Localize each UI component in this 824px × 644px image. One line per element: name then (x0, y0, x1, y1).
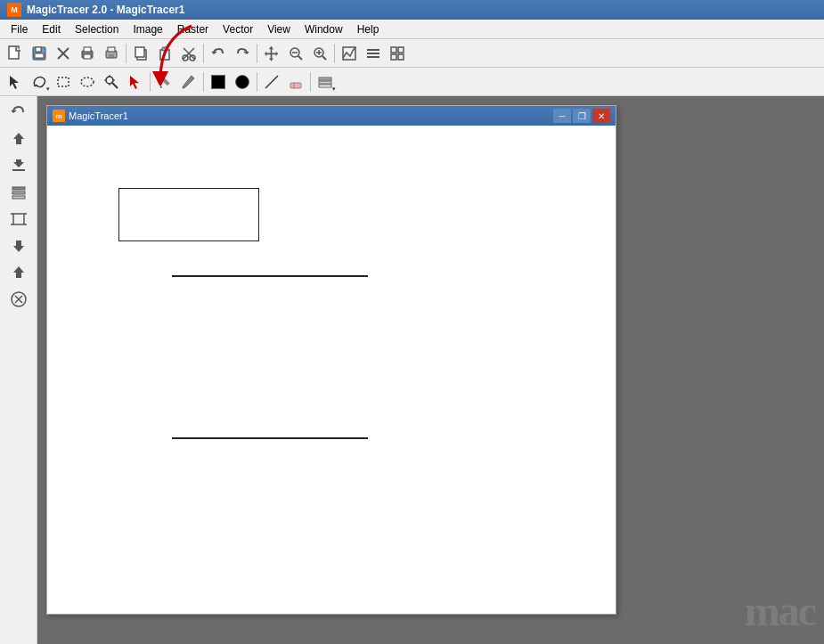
watermark: mac (745, 586, 815, 635)
line-tool[interactable] (260, 70, 283, 94)
svg-rect-60 (12, 187, 25, 190)
svg-rect-52 (290, 83, 301, 88)
canvas-area[interactable] (47, 126, 616, 614)
paste-button[interactable] (153, 42, 176, 65)
svg-rect-35 (391, 54, 396, 60)
cut-button[interactable] (177, 42, 200, 65)
toolbar-separator-1 (126, 44, 126, 63)
svg-marker-59 (13, 159, 24, 167)
mdi-close-button[interactable]: ✕ (592, 109, 610, 123)
svg-marker-68 (13, 240, 24, 252)
svg-rect-2 (36, 47, 41, 52)
svg-rect-33 (391, 47, 396, 53)
main-toolbar (0, 39, 824, 68)
menu-vector[interactable]: Vector (216, 21, 260, 37)
layer-tool[interactable]: ▾ (314, 70, 337, 94)
new-button[interactable] (4, 42, 27, 65)
main-area: m MagicTracer1 ─ ❐ ✕ mac (37, 96, 824, 644)
eraser-tool[interactable] (284, 70, 307, 94)
canvas-line-1 (172, 275, 368, 277)
mdi-app-icon: m (53, 110, 65, 122)
svg-marker-50 (159, 86, 162, 88)
svg-rect-54 (319, 77, 331, 80)
svg-marker-21 (265, 45, 278, 61)
svg-rect-36 (398, 54, 404, 60)
sidebar-download[interactable] (5, 260, 32, 285)
svg-rect-61 (12, 192, 25, 194)
svg-rect-49 (159, 75, 169, 85)
menu-view[interactable]: View (260, 21, 298, 37)
svg-marker-69 (13, 266, 24, 278)
lasso-tool[interactable]: ▾ (28, 70, 51, 94)
menu-file[interactable]: File (4, 21, 35, 37)
close-button[interactable] (52, 42, 75, 65)
mdi-window: m MagicTracer1 ─ ❐ ✕ (46, 105, 616, 615)
svg-rect-40 (58, 77, 69, 86)
flatten-button[interactable] (362, 42, 385, 65)
svg-rect-30 (367, 49, 379, 51)
toolbar-separator-3 (257, 44, 257, 63)
svg-line-42 (112, 83, 118, 88)
brush-tool[interactable] (177, 70, 200, 94)
svg-line-24 (298, 56, 302, 60)
svg-rect-7 (84, 47, 91, 52)
move-tool[interactable] (260, 42, 283, 65)
drawing-toolbar: ▾ ▾ (0, 68, 824, 96)
menu-edit[interactable]: Edit (35, 21, 68, 37)
svg-rect-14 (135, 47, 144, 57)
foreground-color[interactable] (207, 70, 230, 94)
fill-arrow-tool[interactable] (124, 70, 147, 94)
sidebar-import[interactable] (5, 153, 32, 178)
pencil-tool[interactable] (153, 70, 176, 94)
mdi-title: MagicTracer1 (69, 110, 128, 121)
svg-rect-32 (367, 56, 379, 58)
print-button[interactable] (76, 42, 99, 65)
menu-raster[interactable]: Raster (170, 21, 216, 37)
svg-rect-55 (319, 81, 331, 84)
sidebar-close[interactable] (5, 287, 32, 312)
svg-line-51 (265, 76, 278, 88)
mdi-titlebar: m MagicTracer1 ─ ❐ ✕ (47, 106, 616, 126)
sidebar-layers[interactable] (5, 180, 32, 205)
drawing-separator-1 (150, 72, 151, 92)
menu-help[interactable]: Help (350, 21, 387, 37)
sidebar-undo-history[interactable] (5, 100, 32, 125)
svg-rect-56 (319, 85, 331, 87)
zoom-out-button[interactable] (284, 42, 307, 65)
ellipse-select-tool[interactable] (76, 70, 99, 94)
menu-bar: File Edit Selection Image Raster Vector … (0, 20, 824, 39)
magic-wand-tool[interactable] (100, 70, 123, 94)
svg-rect-58 (12, 169, 25, 171)
grid-button[interactable] (386, 42, 409, 65)
mdi-minimize-button[interactable]: ─ (553, 109, 571, 123)
svg-rect-31 (367, 53, 379, 54)
menu-image[interactable]: Image (126, 21, 169, 37)
svg-marker-48 (130, 76, 139, 89)
menu-selection[interactable]: Selection (68, 21, 126, 37)
mdi-restore-button[interactable]: ❐ (573, 109, 591, 123)
print-preview-button[interactable] (100, 42, 123, 65)
background-color[interactable] (231, 70, 254, 94)
sidebar-trim[interactable] (5, 207, 32, 232)
svg-rect-62 (12, 196, 25, 199)
save-button[interactable] (28, 42, 51, 65)
title-bar: M MagicTracer 2.0 - MagicTracer1 (0, 0, 824, 20)
undo-button[interactable] (207, 42, 230, 65)
svg-rect-10 (108, 47, 115, 52)
canvas-line-2 (172, 437, 368, 439)
sidebar-export[interactable] (5, 126, 32, 151)
select-tool[interactable] (4, 70, 27, 94)
sidebar-upload[interactable] (5, 233, 32, 258)
copy-button[interactable] (129, 42, 152, 65)
svg-line-28 (322, 56, 326, 60)
drawing-separator-4 (310, 72, 311, 92)
svg-point-43 (106, 77, 113, 84)
zoom-in-button[interactable] (308, 42, 331, 65)
svg-marker-57 (13, 133, 24, 144)
trace-button[interactable] (338, 42, 361, 65)
mdi-controls: ─ ❐ ✕ (553, 109, 610, 123)
menu-window[interactable]: Window (298, 21, 350, 37)
rect-select-tool[interactable] (52, 70, 75, 94)
svg-rect-34 (398, 47, 404, 53)
redo-button[interactable] (231, 42, 254, 65)
